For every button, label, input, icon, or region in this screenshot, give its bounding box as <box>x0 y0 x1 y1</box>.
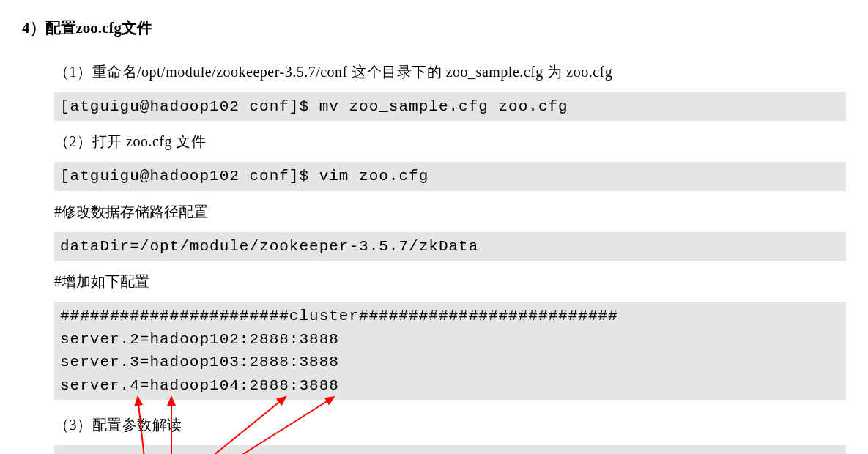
server-format: server.A=B:C:D。 <box>54 445 846 454</box>
content-block: （1）重命名/opt/module/zookeeper-3.5.7/conf 这… <box>22 59 846 454</box>
step1-command: [atguigu@hadoop102 conf]$ mv zoo_sample.… <box>54 92 846 122</box>
datadir-config: dataDir=/opt/module/zookeeper-3.5.7/zkDa… <box>54 232 846 261</box>
section-heading: 4）配置zoo.cfg文件 <box>22 15 846 42</box>
step2-command: [atguigu@hadoop102 conf]$ vim zoo.cfg <box>54 162 846 191</box>
cluster-config: #######################cluster##########… <box>54 302 846 400</box>
step2-label: （2）打开 zoo.cfg 文件 <box>54 128 846 155</box>
comment-add-config: #增加如下配置 <box>54 268 846 294</box>
step1-label: （1）重命名/opt/module/zookeeper-3.5.7/conf 这… <box>54 59 846 85</box>
step3-label: （3）配置参数解读 <box>54 412 846 438</box>
comment-modify-path: #修改数据存储路径配置 <box>54 198 846 225</box>
